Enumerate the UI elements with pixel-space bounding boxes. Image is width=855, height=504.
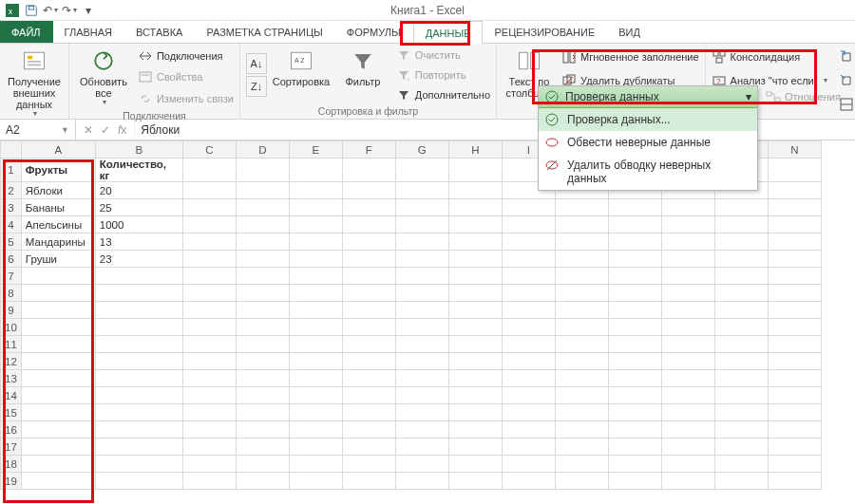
cell[interactable]: Фрукты [21,159,95,182]
cell[interactable] [661,199,714,216]
cell[interactable] [502,216,555,233]
row-header[interactable]: 15 [1,404,22,421]
cell[interactable] [236,216,289,233]
cell[interactable] [289,159,342,182]
cell[interactable] [21,421,95,439]
cell[interactable] [236,182,289,199]
cell[interactable] [448,159,502,182]
tab-review[interactable]: РЕЦЕНЗИРОВАНИЕ [483,21,607,43]
cell[interactable] [21,387,95,404]
cell[interactable]: 1000 [95,216,182,233]
row-header[interactable]: 1 [1,159,22,182]
cell[interactable] [714,233,768,251]
cell[interactable] [21,439,95,456]
row-header[interactable]: 18 [1,456,22,473]
properties-button[interactable]: Свойства [138,68,234,85]
cell[interactable] [448,216,502,233]
cell[interactable] [182,216,236,233]
get-external-data-button[interactable]: Получение внешних данных [6,46,63,121]
enter-icon[interactable]: ✓ [101,123,110,137]
cell[interactable] [395,182,448,199]
cell[interactable] [448,199,502,216]
cell[interactable]: 20 [95,182,182,199]
row-header[interactable]: 6 [1,251,22,268]
cell[interactable] [448,182,502,199]
cell[interactable] [342,233,395,251]
tab-page-layout[interactable]: РАЗМЕТКА СТРАНИЦЫ [195,21,334,43]
row-header[interactable]: 10 [1,319,22,336]
cell[interactable] [661,216,714,233]
cell[interactable] [395,251,448,268]
cell[interactable] [182,251,236,268]
cell[interactable] [342,216,395,233]
col-header[interactable]: N [768,141,821,159]
row-header[interactable]: 13 [1,370,22,387]
cell[interactable] [768,251,821,268]
tab-home[interactable]: ГЛАВНАЯ [53,21,124,43]
cell[interactable] [768,233,821,251]
row-header[interactable]: 4 [1,216,22,233]
cell[interactable] [21,302,95,319]
row-header[interactable]: 3 [1,199,22,216]
col-header[interactable]: E [289,141,342,159]
tab-view[interactable]: ВИД [607,21,653,43]
spreadsheet-grid[interactable]: A B C D E F G H I J K L M N 1ФруктыКолич… [0,140,855,490]
cell[interactable]: 25 [95,199,182,216]
reapply-filter-button[interactable]: Повторить [396,66,490,84]
cell[interactable]: Груши [21,251,95,268]
connections-button[interactable]: Подключения [138,47,234,65]
fx-icon[interactable]: fx [118,123,126,137]
cell[interactable] [21,456,95,473]
sort-asc-button[interactable]: A↓ [246,53,267,74]
cell[interactable] [21,370,95,387]
cell[interactable] [236,199,289,216]
cell[interactable]: Апельсины [21,216,95,233]
save-icon[interactable] [23,2,40,19]
consolidate-button[interactable]: Консолидация [712,48,827,65]
name-box[interactable]: A2 ▼ [0,120,76,140]
cell[interactable] [714,216,768,233]
sort-button[interactable]: A Z Сортировка [273,46,330,104]
cell[interactable]: 13 [95,233,182,251]
ungroup-button[interactable]: Разгру [839,72,855,89]
data-validation-split-button[interactable]: Проверка данных ▾ [539,86,757,108]
row-header[interactable]: 9 [1,302,22,319]
edit-links-button[interactable]: Изменить связи [138,90,234,107]
cell[interactable] [21,353,95,370]
select-all-cell[interactable] [1,141,22,159]
tab-formulas[interactable]: ФОРМУЛЫ [335,21,413,43]
cell[interactable] [21,285,95,302]
menu-item-circle-invalid[interactable]: Обвести неверные данные [539,131,757,154]
group-button[interactable]: Группи [839,48,855,65]
cell[interactable] [289,216,342,233]
cell[interactable] [21,336,95,353]
cell[interactable] [342,159,395,182]
undo-icon[interactable]: ↶ [42,2,59,19]
cell[interactable] [714,199,768,216]
cell[interactable] [502,251,555,268]
cell[interactable] [289,199,342,216]
menu-item-data-validation[interactable]: Проверка данных... [539,108,757,131]
relationships-button[interactable]: Отношения [766,89,841,104]
cell[interactable] [236,233,289,251]
cell[interactable] [608,216,661,233]
cell[interactable] [21,319,95,336]
col-header[interactable]: F [342,141,395,159]
cell[interactable] [289,251,342,268]
cell[interactable] [768,216,821,233]
cell[interactable] [502,199,555,216]
cell[interactable] [182,182,236,199]
cell[interactable] [768,199,821,216]
cell[interactable] [182,199,236,216]
cell[interactable] [342,182,395,199]
refresh-all-button[interactable]: Обновить все [75,46,132,109]
cell[interactable] [608,233,661,251]
cell[interactable] [448,251,502,268]
cell[interactable]: Яблоки [21,182,95,199]
row-header[interactable]: 8 [1,285,22,302]
cell[interactable] [21,473,95,490]
flash-fill-button[interactable]: Мгновенное заполнение [561,48,699,65]
cell[interactable] [182,159,236,182]
row-header[interactable]: 5 [1,233,22,251]
cell[interactable]: Мандарины [21,233,95,251]
